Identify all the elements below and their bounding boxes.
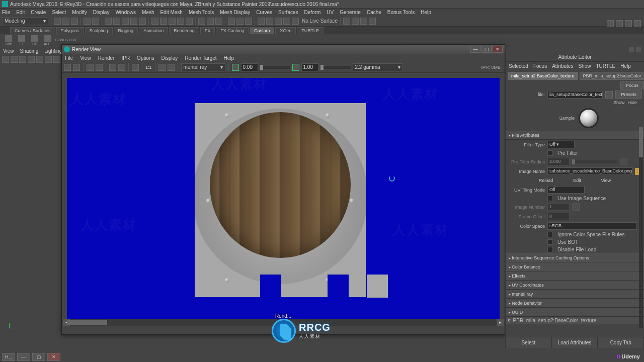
map-button-icon[interactable] — [572, 203, 580, 211]
rv-menu-help[interactable]: Help — [224, 55, 234, 61]
shelf-tab-custom[interactable]: Custom — [250, 27, 274, 34]
select-uv-icon[interactable] — [139, 18, 146, 25]
undo-icon[interactable] — [84, 18, 91, 25]
menu-file[interactable]: File — [2, 10, 10, 15]
ignore-cs-checkbox[interactable] — [547, 232, 553, 237]
task-h[interactable]: H... — [2, 353, 15, 361]
menu-uv[interactable]: UV — [327, 10, 334, 15]
image-number-field[interactable]: 1 — [547, 203, 570, 211]
shelf-tab-turtle[interactable]: TURTLE — [297, 27, 324, 34]
menu-bonus-tools[interactable]: Bonus Tools — [387, 10, 415, 15]
remove-image-icon[interactable] — [118, 64, 125, 71]
menu-select[interactable]: Select — [52, 10, 66, 15]
vp-menu-shading[interactable]: Shading — [20, 48, 39, 54]
section-uv-coords[interactable]: UV Coordinates — [506, 281, 644, 290]
render-canvas[interactable] — [67, 78, 500, 319]
sym-y-icon[interactable] — [352, 18, 359, 25]
scroll-right-icon[interactable]: ▸ — [497, 319, 504, 326]
new-scene-icon[interactable] — [54, 18, 61, 25]
menu-generate[interactable]: Generate — [340, 10, 361, 15]
copy-tab-button[interactable]: Copy Tab — [598, 337, 644, 348]
layout-single-icon[interactable] — [607, 20, 614, 27]
one-to-one-button[interactable]: 1:1 — [145, 65, 152, 70]
ipr-render-icon[interactable] — [236, 18, 244, 25]
pre-filter-radius-slider[interactable] — [572, 160, 617, 163]
section-node-behavior[interactable]: Node Behavior — [506, 299, 644, 308]
pin-icon[interactable] — [629, 47, 634, 52]
shelf-tab-fxcaching[interactable]: FX Caching — [216, 27, 249, 34]
menu-create[interactable]: Create — [31, 10, 46, 15]
workspace-mode-select[interactable]: Modeling▾ — [2, 17, 48, 25]
shelf-btn-cp[interactable]: CP — [28, 35, 41, 46]
toggle-wire-icon[interactable] — [266, 18, 273, 25]
menu-modify[interactable]: Modify — [72, 10, 87, 15]
uv-tiling-select[interactable]: Off — [547, 186, 585, 194]
save-scene-icon[interactable] — [71, 18, 78, 25]
section-color-balance[interactable]: Color Balance — [506, 262, 644, 272]
toggle-xray-icon[interactable] — [258, 18, 265, 25]
render-view-titlebar[interactable]: Render View — ▢ ✕ — [62, 45, 505, 54]
menu-mesh-display[interactable]: Mesh Display — [220, 10, 250, 15]
gamma-select[interactable]: 2.2 gamma▾ — [353, 63, 403, 71]
shelf-tab-sculpting[interactable]: Sculpting — [85, 27, 113, 34]
filter-type-select[interactable]: Off ▾ — [547, 141, 575, 148]
ae-menu-show[interactable]: Show — [578, 63, 591, 69]
view-button[interactable]: View — [596, 177, 616, 184]
snap-point-icon[interactable] — [169, 18, 176, 25]
rv-menu-ipr[interactable]: IPR — [121, 55, 130, 61]
maximize-icon[interactable]: ▢ — [481, 46, 492, 53]
rv-menu-display[interactable]: Display — [162, 55, 178, 61]
pre-filter-checkbox[interactable] — [547, 150, 553, 156]
menu-display[interactable]: Display — [93, 10, 110, 15]
use-bot-checkbox[interactable] — [547, 239, 553, 245]
sym-off-icon[interactable] — [369, 18, 376, 25]
exposure-start-icon[interactable] — [232, 64, 239, 71]
section-effects[interactable]: Effects — [506, 272, 644, 281]
snap-curve-icon[interactable] — [160, 18, 167, 25]
vp-last-icon[interactable] — [53, 56, 60, 63]
redo-icon[interactable] — [92, 18, 99, 25]
rv-menu-render-target[interactable]: Render Target — [185, 55, 216, 61]
edit-button[interactable]: Edit — [568, 177, 586, 184]
focus-button[interactable]: Focus — [620, 81, 644, 89]
pre-filter-radius-field[interactable]: 2.000 — [547, 158, 570, 165]
section-uuid[interactable]: UUID — [506, 308, 644, 317]
open-scene-icon[interactable] — [62, 18, 69, 25]
shelf-tab-fx[interactable]: FX — [200, 27, 215, 34]
renderer-select[interactable]: mental ray▾ — [181, 63, 225, 71]
shelf-btn-au[interactable]: AU... — [41, 35, 54, 46]
rv-menu-view[interactable]: View — [80, 55, 91, 61]
minimize-icon[interactable]: — — [470, 46, 480, 53]
exposure-end-input[interactable] — [301, 63, 318, 71]
snap-live-icon[interactable] — [186, 18, 193, 25]
use-image-seq-checkbox[interactable] — [547, 196, 553, 201]
map-button-icon[interactable] — [605, 91, 613, 99]
menu-mesh[interactable]: Mesh — [142, 10, 154, 15]
snap-plane-icon[interactable] — [177, 18, 184, 25]
snapshot2-icon[interactable] — [96, 64, 103, 71]
task-max[interactable]: ▢ — [32, 353, 45, 361]
menu-edit[interactable]: Edit — [16, 10, 25, 15]
shelf-tab-rendering[interactable]: Rendering — [169, 27, 199, 34]
disable-file-load-checkbox[interactable] — [547, 247, 553, 252]
sample-swatch-icon[interactable] — [579, 108, 599, 128]
menu-help[interactable]: Help — [421, 10, 431, 15]
vp-select-icon[interactable] — [2, 56, 9, 63]
select-vertex-icon[interactable] — [105, 18, 112, 25]
vp-lasso-icon[interactable] — [11, 56, 18, 63]
sym-x-icon[interactable] — [343, 18, 350, 25]
vp-rotate-icon[interactable] — [36, 56, 43, 63]
stop-icon[interactable] — [168, 64, 175, 71]
ae-tab-1[interactable]: PBR_mila_setup2:baseColor_t2d — [580, 72, 644, 80]
rv-menu-options[interactable]: Options — [137, 55, 154, 61]
file-name-field[interactable]: ila_setup2:BaseColor_texture — [547, 91, 603, 99]
make-live-icon[interactable] — [198, 18, 205, 25]
snap-grid-icon[interactable] — [151, 18, 158, 25]
sym-z-icon[interactable] — [360, 18, 367, 25]
shelf-tab-curves[interactable]: Curves / Surfaces — [10, 27, 55, 34]
hide-toggle[interactable]: Hide — [627, 100, 637, 105]
exposure-start-slider[interactable] — [260, 66, 290, 69]
exposure-end-slider[interactable] — [320, 66, 351, 69]
exposure-start-input[interactable] — [241, 63, 258, 71]
render-settings-icon[interactable] — [245, 18, 252, 25]
